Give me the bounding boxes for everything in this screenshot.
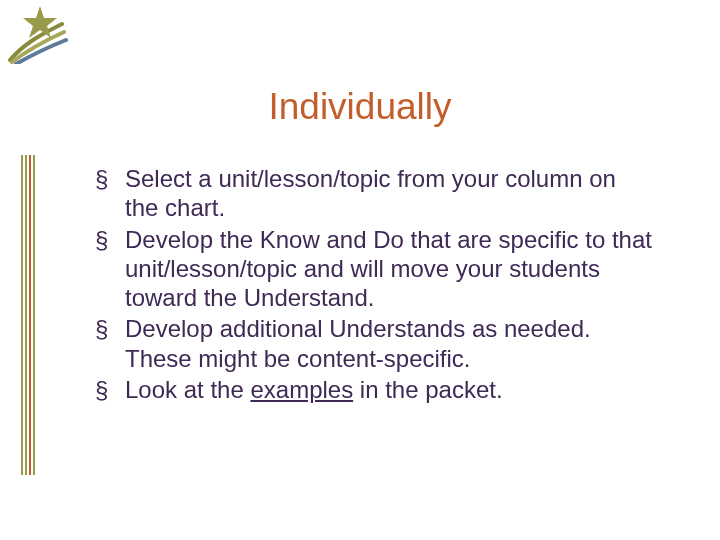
slide-title: Individually: [0, 86, 720, 128]
body-text: Select a unit/lesson/topic from your col…: [95, 164, 655, 406]
bullet-text: Select a unit/lesson/topic from your col…: [125, 165, 616, 221]
svg-marker-0: [23, 6, 57, 38]
bullet-text: Develop the Know and Do that are specifi…: [125, 226, 652, 312]
rule-line: [25, 155, 27, 475]
bullet-text-post: in the packet.: [353, 376, 502, 403]
bullet-text: Develop additional Understands as needed…: [125, 315, 591, 371]
rule-line: [29, 155, 31, 475]
rule-line: [33, 155, 35, 475]
slide: Individually Select a unit/lesson/topic …: [0, 0, 720, 540]
bullet-item: Develop the Know and Do that are specifi…: [95, 225, 655, 313]
bullet-item: Select a unit/lesson/topic from your col…: [95, 164, 655, 223]
bullet-text-pre: Look at the: [125, 376, 250, 403]
bullet-item: Look at the examples in the packet.: [95, 375, 655, 404]
bullet-item: Develop additional Understands as needed…: [95, 314, 655, 373]
vertical-rules: [21, 155, 41, 475]
rule-line: [21, 155, 23, 475]
logo-icon: [8, 4, 68, 64]
examples-link[interactable]: examples: [250, 376, 353, 403]
